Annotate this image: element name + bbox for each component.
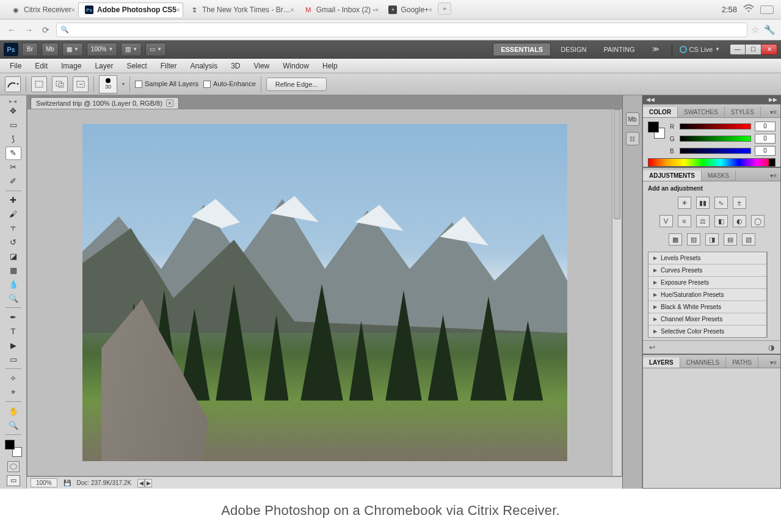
crop-tool[interactable]: ✂ <box>5 161 21 174</box>
g-value[interactable]: 0 <box>755 134 776 144</box>
close-icon[interactable]: × <box>176 6 180 13</box>
screen-mode-tool[interactable]: ▭ <box>7 475 20 486</box>
os-tab-citrix[interactable]: ◉ Citrix Receiver × <box>5 2 78 17</box>
layers-body[interactable] <box>643 368 780 488</box>
menu-window[interactable]: Window <box>277 60 315 72</box>
menu-file[interactable]: File <box>4 60 27 72</box>
panel-grip-icon[interactable]: ▸◂ <box>4 98 23 104</box>
eyedropper-tool[interactable]: ✐ <box>5 175 21 188</box>
close-icon[interactable]: × <box>166 100 173 107</box>
marquee-tool[interactable]: ▭ <box>5 118 21 132</box>
refine-edge-button[interactable]: Refine Edge... <box>266 78 327 91</box>
gradient-map-icon[interactable]: ▤ <box>724 233 737 246</box>
tool-preset-picker[interactable]: ▾ <box>5 76 21 92</box>
preset-selective-color[interactable]: ▶Selective Color Presets <box>648 326 766 337</box>
r-value[interactable]: 0 <box>755 122 776 131</box>
menu-image[interactable]: Image <box>55 60 87 72</box>
panel-menu-icon[interactable]: ▾≡ <box>766 170 780 181</box>
chevron-down-icon[interactable]: ▾ <box>122 81 125 87</box>
lasso-tool[interactable]: ⟆ <box>5 133 21 146</box>
preset-levels[interactable]: ▶Levels Presets <box>648 252 766 264</box>
eraser-tool[interactable]: ◪ <box>5 250 21 263</box>
document-canvas[interactable] <box>82 124 567 461</box>
preset-curves[interactable]: ▶Curves Presets <box>648 264 766 277</box>
tab-adjustments[interactable]: ADJUSTMENTS <box>643 170 702 181</box>
panel-collapse-bar[interactable]: ◀◀▶▶ <box>642 95 781 104</box>
selection-add-icon[interactable] <box>52 76 68 92</box>
minimize-button[interactable]: — <box>730 44 746 55</box>
screen-mode-button[interactable]: ▭ ▼ <box>145 43 166 56</box>
invert-icon[interactable]: ▩ <box>669 233 682 246</box>
type-tool[interactable]: T <box>5 324 21 338</box>
move-tool[interactable]: ✥ <box>5 104 21 118</box>
omnibox[interactable]: 🔍 <box>56 23 747 37</box>
tab-masks[interactable]: MASKS <box>702 170 736 181</box>
history-dock-icon[interactable]: ☷ <box>626 132 639 145</box>
close-icon[interactable]: × <box>71 6 75 13</box>
new-tab-button[interactable]: + <box>438 2 451 15</box>
b-slider[interactable] <box>680 148 751 154</box>
close-icon[interactable]: × <box>290 6 294 13</box>
zoom-tool[interactable]: 🔍 <box>5 418 21 432</box>
tab-channels[interactable]: CHANNELS <box>680 357 726 368</box>
wrench-icon[interactable]: 🔧 <box>763 23 776 37</box>
minibridge-button[interactable]: Mb <box>42 43 59 56</box>
posterize-icon[interactable]: ▨ <box>687 233 700 246</box>
blur-tool[interactable]: 💧 <box>5 277 21 291</box>
preset-hue[interactable]: ▶Hue/Saturation Presets <box>648 289 766 301</box>
panel-fg-bg-swatch[interactable] <box>648 122 665 139</box>
brush-tool[interactable]: 🖌 <box>5 208 21 221</box>
brightness-icon[interactable]: ☀ <box>678 197 691 209</box>
menu-filter[interactable]: Filter <box>154 60 183 72</box>
menu-3d[interactable]: 3D <box>225 60 246 72</box>
document-tab[interactable]: Switzerland trip @ 100% (Layer 0, RGB/8)… <box>31 97 179 109</box>
arrange-button[interactable]: ▥ ▼ <box>121 43 142 56</box>
workspace-painting[interactable]: PAINTING <box>596 43 642 56</box>
workspace-design[interactable]: DESIGN <box>553 43 594 56</box>
menu-analysis[interactable]: Analysis <box>184 60 223 72</box>
close-button[interactable]: ✕ <box>761 44 777 55</box>
menu-select[interactable]: Select <box>120 60 153 72</box>
selection-subtract-icon[interactable] <box>73 76 89 92</box>
tab-swatches[interactable]: SWATCHES <box>678 107 725 117</box>
auto-enhance-checkbox[interactable]: Auto-Enhance <box>203 80 256 88</box>
healing-tool[interactable]: ✚ <box>5 194 21 207</box>
menu-edit[interactable]: Edit <box>29 60 54 72</box>
sample-all-layers-checkbox[interactable]: Sample All Layers <box>135 80 198 88</box>
star-icon[interactable]: ☆ <box>751 24 759 35</box>
preset-scrollbar[interactable] <box>767 252 776 338</box>
threshold-icon[interactable]: ◨ <box>705 233 719 246</box>
color-balance-icon[interactable]: ⚖ <box>696 215 710 227</box>
photo-filter-icon[interactable]: ◐ <box>733 215 746 227</box>
hand-tool[interactable]: ✋ <box>5 404 21 418</box>
minibridge-dock-icon[interactable]: Mb <box>626 112 639 126</box>
tab-color[interactable]: COLOR <box>643 107 678 117</box>
status-zoom[interactable]: 100% <box>31 478 57 487</box>
tab-styles[interactable]: STYLES <box>725 107 761 117</box>
channel-mixer-icon[interactable]: ◯ <box>751 215 765 227</box>
stamp-tool[interactable]: ⥾ <box>5 222 21 235</box>
bw-icon[interactable]: ◧ <box>714 215 728 227</box>
scroll-left-icon[interactable]: ◀ <box>137 479 145 487</box>
3d-camera-tool[interactable]: ⌖ <box>5 385 21 399</box>
adjust-foot-left-icon[interactable]: ↩ <box>649 343 655 352</box>
workspace-more[interactable]: ≫ <box>645 43 667 56</box>
workspace-essentials[interactable]: ESSENTIALS <box>493 43 551 56</box>
tab-paths[interactable]: PATHS <box>726 357 758 368</box>
scroll-right-icon[interactable]: ▶ <box>145 479 152 487</box>
wifi-icon[interactable] <box>743 4 754 15</box>
r-slider[interactable] <box>680 123 751 129</box>
3d-tool[interactable]: ✧ <box>5 371 21 385</box>
os-tab-nyt[interactable]: 𝕿 The New York Times - Br… × <box>183 2 297 17</box>
preset-exposure[interactable]: ▶Exposure Presets <box>648 277 766 289</box>
panel-menu-icon[interactable]: ▾≡ <box>766 107 780 117</box>
tray-icon[interactable] <box>760 5 774 14</box>
maximize-button[interactable]: ☐ <box>746 44 761 55</box>
shape-tool[interactable]: ▭ <box>5 352 21 366</box>
close-icon[interactable]: × <box>375 6 379 13</box>
path-select-tool[interactable]: ▶ <box>5 338 21 352</box>
cs-live-button[interactable]: CS Live▼ <box>677 46 722 53</box>
panel-menu-icon[interactable]: ▾≡ <box>766 357 780 368</box>
reload-button[interactable]: ⟳ <box>39 23 53 37</box>
g-slider[interactable] <box>680 136 751 142</box>
